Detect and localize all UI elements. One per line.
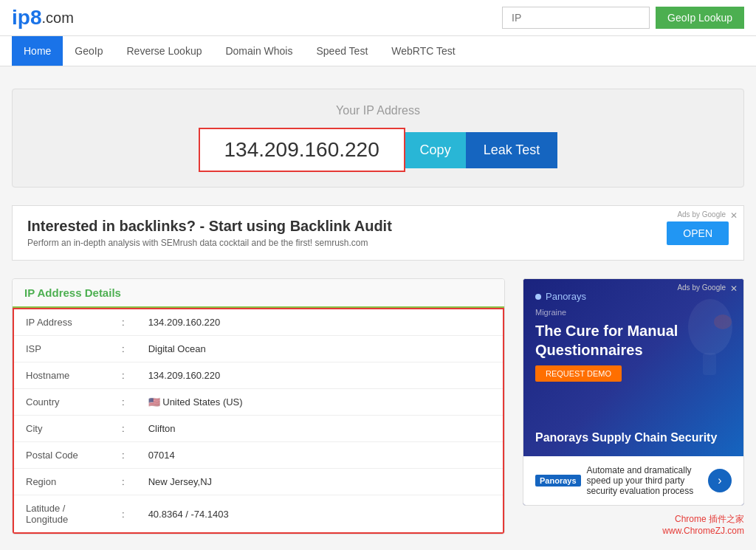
nav-link-geoip[interactable]: GeoIp: [63, 36, 114, 66]
geoip-lookup-button[interactable]: GeoIp Lookup: [656, 7, 744, 29]
country-flag: 🇺🇸: [148, 396, 160, 408]
colon: :: [110, 336, 137, 362]
ip-details-header: IP Address Details: [13, 279, 504, 308]
right-ad-brand-name: Panorays: [546, 291, 586, 302]
ad-banner: Ads by Google ✕ Interested in backlinks?…: [12, 205, 744, 261]
region-label: Region: [14, 469, 110, 495]
nav-item-reverse-lookup[interactable]: Reverse Lookup: [115, 36, 214, 66]
table-row: ISP : Digital Ocean: [14, 336, 503, 362]
right-ad-close-icon[interactable]: ✕: [730, 283, 738, 294]
city-label: City: [14, 416, 110, 442]
copy-button[interactable]: Copy: [405, 132, 466, 168]
colon: :: [110, 362, 137, 389]
right-ad-image: Panorays Migraine The Cure for Manual Qu…: [523, 279, 743, 456]
table-row: City : Clifton: [14, 416, 503, 442]
isp-value: Digital Ocean: [137, 336, 503, 362]
ip-box-title: Your IP Address: [27, 104, 729, 117]
ip-value: 134.209.160.220: [137, 309, 503, 336]
ip-details-table: IP Address : 134.209.160.220 ISP : Digit…: [13, 308, 504, 534]
nav-item-speed-test[interactable]: Speed Test: [304, 36, 379, 66]
table-row: Region : New Jersey,NJ: [14, 469, 503, 495]
nav-item-webrtc-test[interactable]: WebRTC Test: [379, 36, 467, 66]
table-row: IP Address : 134.209.160.220: [14, 309, 503, 336]
nav-item-geoip[interactable]: GeoIp: [63, 36, 114, 66]
brand-dot-icon: [535, 294, 541, 300]
ip-label: IP Address: [14, 309, 110, 336]
nav-link-webrtc-test[interactable]: WebRTC Test: [379, 36, 467, 66]
table-row: Postal Code : 07014: [14, 442, 503, 469]
header-right: GeoIp Lookup: [502, 7, 744, 29]
colon: :: [110, 495, 137, 533]
watermark-line2: www.ChromeZJ.com: [523, 526, 744, 536]
ad-banner-title: Interested in backlinks? - Start using B…: [27, 218, 392, 235]
nav-link-speed-test[interactable]: Speed Test: [304, 36, 379, 66]
right-ad-bottom-text: Automate and dramatically speed up your …: [587, 465, 708, 496]
right-ad-demo-button[interactable]: REQUEST DEMO: [535, 365, 622, 382]
right-ad-arrow-button[interactable]: ›: [708, 469, 732, 492]
hostname-label: Hostname: [14, 362, 110, 389]
right-ad-label: Ads by Google: [677, 283, 726, 292]
colon: :: [110, 442, 137, 469]
content-grid: IP Address Details IP Address : 134.209.…: [12, 278, 744, 543]
nav-item-domain-whois[interactable]: Domain Whois: [213, 36, 304, 66]
table-row: Hostname : 134.209.160.220: [14, 362, 503, 389]
ad-open-button[interactable]: OPEN: [667, 221, 729, 245]
nav-link-reverse-lookup[interactable]: Reverse Lookup: [115, 36, 214, 66]
watermark: Chrome 插件之家 www.ChromeZJ.com: [523, 506, 744, 543]
ad-banner-description: Perform an in-depth analysis with SEMrus…: [27, 238, 392, 248]
latlng-value: 40.8364 / -74.1403: [137, 495, 503, 533]
city-value: Clifton: [137, 416, 503, 442]
colon: :: [110, 389, 137, 416]
ip-details-box: IP Address Details IP Address : 134.209.…: [12, 278, 505, 534]
svg-point-1: [714, 314, 732, 329]
colon: :: [110, 469, 137, 495]
country-value: 🇺🇸 United States (US): [137, 389, 503, 416]
main-content: Your IP Address 134.209.160.220 Copy Lea…: [0, 66, 756, 550]
hostname-value: 134.209.160.220: [137, 362, 503, 389]
ip-box: Your IP Address 134.209.160.220 Copy Lea…: [12, 89, 744, 188]
country-label: Country: [14, 389, 110, 416]
ad-banner-label: Ads by Google: [677, 210, 726, 219]
colon: :: [110, 416, 137, 442]
ad-banner-text: Interested in backlinks? - Start using B…: [27, 218, 392, 248]
ad-banner-close-icon[interactable]: ✕: [730, 210, 738, 221]
head-silhouette-icon: [670, 294, 743, 382]
navigation: Home GeoIp Reverse Lookup Domain Whois S…: [0, 36, 756, 66]
header: ip8.com GeoIp Lookup: [0, 0, 756, 36]
table-row: Latitude / Longitude : 40.8364 / -74.140…: [14, 495, 503, 533]
latlng-label: Latitude / Longitude: [14, 495, 110, 533]
isp-label: ISP: [14, 336, 110, 362]
nav-link-domain-whois[interactable]: Domain Whois: [213, 36, 304, 66]
logo: ip8.com: [12, 6, 74, 30]
right-ad-bottom-logo: Panorays: [535, 476, 581, 485]
right-ad-bottom: Panorays Automate and dramatically speed…: [523, 456, 743, 505]
colon: :: [110, 309, 137, 336]
panorays-logo-badge: Panorays: [535, 475, 581, 487]
nav-link-home[interactable]: Home: [12, 36, 63, 66]
left-column: IP Address Details IP Address : 134.209.…: [12, 278, 505, 534]
right-column: Ads by Google ✕ Panorays Migraine: [523, 278, 744, 543]
logo-text: ip8: [12, 6, 41, 30]
logo-suffix: .com: [41, 10, 73, 27]
svg-rect-2: [703, 353, 716, 375]
ip-display-row: 134.209.160.220 Copy Leak Test: [27, 128, 729, 172]
region-value: New Jersey,NJ: [137, 469, 503, 495]
watermark-line1: Chrome 插件之家: [523, 513, 744, 526]
postal-label: Postal Code: [14, 442, 110, 469]
table-row: Country : 🇺🇸 United States (US): [14, 389, 503, 416]
right-ad-supply-chain: Panorays Supply Chain Security: [535, 431, 732, 444]
leak-test-button[interactable]: Leak Test: [466, 132, 558, 168]
nav-item-home[interactable]: Home: [12, 36, 63, 66]
right-ad: Ads by Google ✕ Panorays Migraine: [523, 278, 744, 506]
ip-search-input[interactable]: [502, 7, 650, 29]
postal-value: 07014: [137, 442, 503, 469]
ip-address-display: 134.209.160.220: [199, 128, 405, 172]
